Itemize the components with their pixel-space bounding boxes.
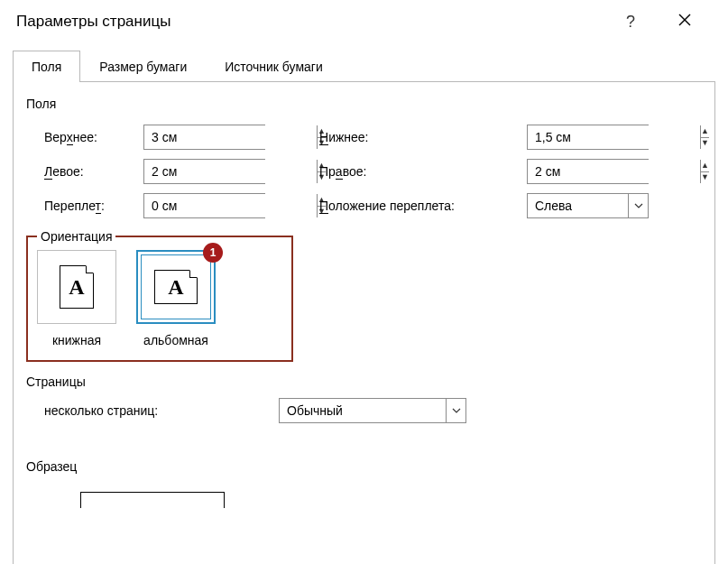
spin-up-icon[interactable]: ▲: [701, 125, 709, 138]
gutter-position-value: Слева: [528, 194, 628, 217]
gutter-label: Переплет:: [44, 199, 143, 213]
sample-preview: [80, 492, 225, 508]
sample-section: Образец: [26, 459, 702, 508]
tab-margins[interactable]: Поля: [13, 51, 80, 82]
top-margin-label: Верхнее:: [44, 130, 143, 144]
gutter-position-select[interactable]: Слева: [527, 193, 649, 218]
portrait-icon: A: [37, 250, 116, 324]
multiple-pages-select[interactable]: Обычный: [279, 398, 466, 423]
multiple-pages-label: несколько страниц:: [44, 403, 279, 418]
bottom-margin-input[interactable]: [528, 125, 700, 149]
landscape-label: альбомная: [136, 333, 216, 347]
gutter-spinner[interactable]: ▲▼: [143, 193, 265, 218]
margins-fields: Верхнее: ▲▼ Нижнее: ▲▼ Левое: ▲▼ Правое:…: [44, 120, 702, 223]
left-margin-label: Левое:: [44, 164, 143, 179]
right-margin-spinner[interactable]: ▲▼: [527, 159, 649, 184]
dialog-title: Параметры страницы: [16, 13, 604, 31]
right-margin-label: Правое:: [319, 164, 527, 179]
tab-panel: Поля Верхнее: ▲▼ Нижнее: ▲▼ Левое: ▲▼ Пр…: [13, 82, 715, 564]
bottom-margin-label: Нижнее:: [319, 130, 527, 144]
sample-section-label: Образец: [26, 459, 702, 474]
margins-section-label: Поля: [26, 97, 702, 111]
spinner-buttons[interactable]: ▲▼: [700, 125, 709, 149]
pages-section: Страницы несколько страниц: Обычный: [26, 374, 702, 423]
top-margin-spinner[interactable]: ▲▼: [143, 125, 265, 150]
multiple-pages-value: Обычный: [280, 399, 446, 422]
spinner-buttons[interactable]: ▲▼: [700, 160, 709, 183]
left-margin-input[interactable]: [144, 160, 317, 183]
gutter-input[interactable]: [144, 194, 317, 217]
chevron-down-icon: [628, 194, 648, 217]
orientation-highlight-box: Ориентация A книжная A 1 альбомная: [26, 236, 293, 362]
orientation-landscape[interactable]: A 1 альбомная: [136, 250, 216, 347]
spin-up-icon[interactable]: ▲: [701, 160, 709, 172]
spin-down-icon[interactable]: ▼: [701, 172, 709, 184]
help-button[interactable]: ?: [604, 13, 658, 32]
orientation-section-label: Ориентация: [37, 229, 115, 244]
portrait-label: книжная: [37, 333, 116, 347]
bottom-margin-spinner[interactable]: ▲▼: [527, 125, 649, 150]
left-margin-spinner[interactable]: ▲▼: [143, 159, 265, 184]
tab-paper[interactable]: Размер бумаги: [80, 51, 206, 82]
orientation-portrait[interactable]: A книжная: [37, 250, 116, 347]
pages-section-label: Страницы: [26, 374, 702, 389]
tab-source[interactable]: Источник бумаги: [206, 51, 342, 82]
annotation-badge: 1: [203, 243, 223, 263]
spin-down-icon[interactable]: ▼: [701, 138, 709, 150]
titlebar: Параметры страницы ?: [0, 0, 728, 43]
gutter-position-label: Положение переплета:: [319, 199, 527, 213]
top-margin-input[interactable]: [144, 125, 317, 149]
close-button[interactable]: [658, 13, 712, 31]
landscape-icon: A 1: [136, 250, 216, 324]
tabs: Поля Размер бумаги Источник бумаги: [13, 51, 715, 82]
close-icon: [678, 14, 691, 26]
right-margin-input[interactable]: [528, 160, 700, 183]
chevron-down-icon: [446, 399, 465, 422]
